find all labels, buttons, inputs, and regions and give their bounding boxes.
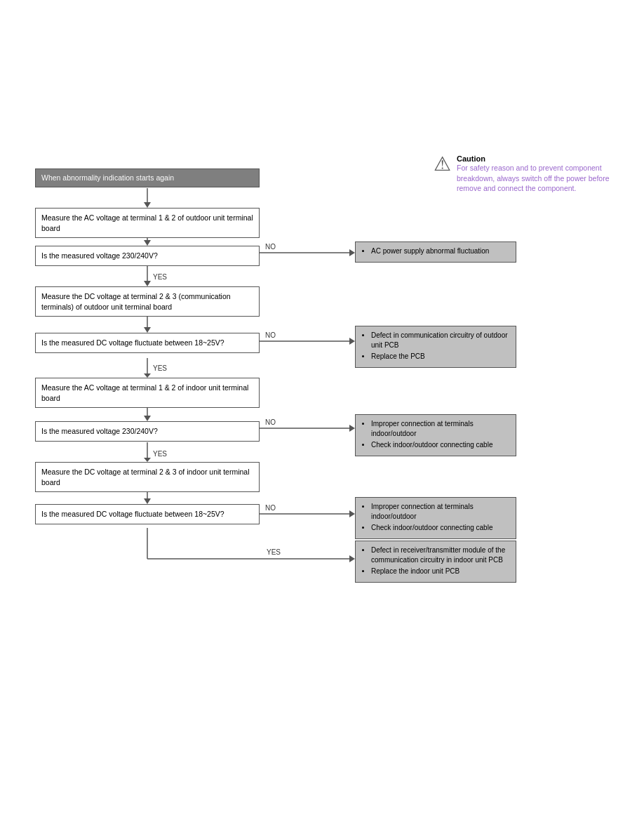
result2-box: Defect in communication circuitry of out… [355, 326, 516, 368]
result1-box: AC power supply abnormal fluctuation [355, 241, 516, 263]
decision4-label: Is the measured DC voltage fluctuate bet… [41, 510, 224, 518]
step3-box: Measure the AC voltage at terminal 1 & 2… [35, 378, 260, 408]
svg-text:NO: NO [265, 418, 276, 426]
decision4-box: Is the measured DC voltage fluctuate bet… [35, 504, 260, 524]
step4-box: Measure the DC voltage at terminal 2 & 3… [35, 462, 260, 492]
svg-marker-1 [144, 202, 151, 208]
caution-label: Caution [457, 154, 485, 163]
step2-box: Measure the DC voltage at terminal 2 & 3… [35, 286, 260, 317]
result5-box: Defect in receiver/transmitter module of… [355, 541, 516, 583]
start-box: When abnormality indication starts again [35, 168, 260, 187]
caution-box: ⚠ Caution For safety reason and to preve… [434, 154, 630, 194]
step2-label: Measure the DC voltage at terminal 2 & 3… [41, 292, 231, 311]
step1-label: Measure the AC voltage at terminal 1 & 2… [41, 213, 253, 232]
svg-marker-33 [349, 555, 355, 562]
step4-label: Measure the DC voltage at terminal 2 & 3… [41, 468, 249, 486]
decision1-label: Is the measured voltage 230/240V? [41, 251, 158, 260]
step3-label: Measure the AC voltage at terminal 1 & 2… [41, 383, 248, 402]
decision3-box: Is the measured voltage 230/240V? [35, 421, 260, 442]
svg-text:YES: YES [153, 364, 167, 372]
svg-marker-11 [144, 327, 151, 333]
svg-marker-8 [144, 281, 151, 286]
svg-marker-3 [144, 240, 151, 246]
result4-list: Improper connection at terminals indoor/… [361, 502, 510, 533]
step1-box: Measure the AC voltage at terminal 1 & 2… [35, 208, 260, 238]
svg-text:YES: YES [153, 450, 167, 458]
result3-item1: Improper connection at terminals indoor/… [371, 419, 510, 439]
svg-marker-13 [349, 338, 355, 345]
svg-text:YES: YES [267, 548, 281, 556]
caution-icon: ⚠ [434, 154, 451, 174]
decision2-label: Is the measured DC voltage fluctuate bet… [41, 338, 224, 347]
decision3-label: Is the measured voltage 230/240V? [41, 427, 158, 435]
svg-text:NO: NO [265, 504, 276, 512]
caution-content: Caution For safety reason and to prevent… [457, 154, 630, 194]
svg-marker-29 [349, 510, 355, 517]
svg-marker-27 [144, 498, 151, 504]
result3-box: Improper connection at terminals indoor/… [355, 414, 516, 456]
result5-item1: Defect in receiver/transmitter module of… [371, 545, 510, 565]
decision2-box: Is the measured DC voltage fluctuate bet… [35, 333, 260, 353]
decision1-box: Is the measured voltage 230/240V? [35, 246, 260, 266]
result5-item2: Replace the indoor unit PCB [371, 567, 510, 576]
page-container: ⚠ Caution For safety reason and to preve… [0, 0, 644, 834]
start-label: When abnormality indication starts again [41, 173, 174, 182]
svg-text:NO: NO [265, 243, 276, 251]
result3-list: Improper connection at terminals indoor/… [361, 419, 510, 450]
result5-list: Defect in receiver/transmitter module of… [361, 545, 510, 576]
result1-item1: AC power supply abnormal fluctuation [371, 246, 510, 256]
svg-text:NO: NO [265, 331, 276, 339]
svg-text:YES: YES [153, 273, 167, 281]
result2-item2: Replace the PCB [371, 352, 510, 362]
result1-list: AC power supply abnormal fluctuation [361, 246, 510, 256]
svg-marker-19 [144, 416, 151, 421]
result2-list: Defect in communication circuitry of out… [361, 331, 510, 362]
result4-item2: Check indoor/outdoor connecting cable [371, 523, 510, 533]
caution-text: For safety reason and to prevent compone… [457, 163, 630, 194]
result2-item1: Defect in communication circuitry of out… [371, 331, 510, 350]
svg-marker-5 [349, 249, 355, 256]
result3-item2: Check indoor/outdoor connecting cable [371, 440, 510, 450]
result4-box: Improper connection at terminals indoor/… [355, 497, 516, 539]
svg-marker-21 [349, 425, 355, 432]
result4-item1: Improper connection at terminals indoor/… [371, 502, 510, 522]
